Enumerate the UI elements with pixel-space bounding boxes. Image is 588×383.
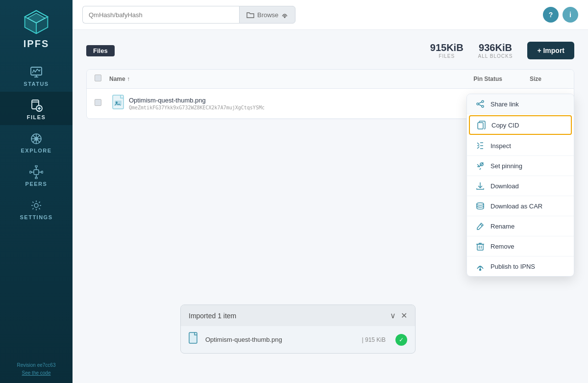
menu-item-download-car[interactable]: Download as CAR — [467, 196, 574, 216]
stat-files-value: 915KiB — [430, 42, 464, 53]
row-cid: QmeZmtikFG37Ykk9xG732WZ8KECX2k7A7mujXgCt… — [129, 105, 443, 110]
col-name-header: Name ↑ — [109, 76, 443, 82]
inspect-icon — [476, 141, 485, 150]
image-file-icon — [112, 95, 126, 112]
sidebar-footer: Revision ee7cc63 See the code — [10, 356, 63, 383]
files-badge: Files — [86, 45, 115, 56]
menu-item-label: Publish to IPNS — [490, 263, 535, 270]
sidebar-item-status[interactable]: STATUS — [0, 58, 73, 92]
svg-point-28 — [41, 171, 43, 173]
monitor-icon — [29, 65, 43, 79]
notification-file-row: Optimism-quest-thumb.png | 915 KiB ✓ — [181, 326, 415, 353]
topbar-actions: ? i — [543, 7, 578, 23]
logo-text: IPFS — [24, 38, 49, 50]
menu-item-label: Download as CAR — [490, 203, 542, 210]
import-button[interactable]: + Import — [527, 42, 574, 59]
notification-title: Imported 1 item — [189, 312, 236, 320]
table-header: Name ↑ Pin Status Size — [87, 70, 574, 89]
notification-collapse-button[interactable]: ∨ — [390, 311, 396, 320]
menu-item-copy-cid[interactable]: Copy CID — [469, 115, 572, 135]
context-menu: Share link Copy CID Inspect — [466, 94, 574, 277]
share-link-icon — [476, 100, 485, 108]
menu-item-label: Set pinning — [490, 162, 522, 170]
menu-item-share-link[interactable]: Share link — [467, 94, 574, 114]
info-icon: i — [569, 11, 571, 19]
ipfs-logo-icon — [23, 9, 49, 35]
main-content: Browse ? i Files 915KiB — [73, 0, 588, 383]
menu-item-inspect[interactable]: Inspect — [467, 136, 574, 156]
svg-point-29 — [34, 204, 38, 207]
browse-button[interactable]: Browse — [239, 6, 295, 24]
browse-label: Browse — [257, 11, 278, 19]
see-code-link[interactable]: See the code — [17, 369, 56, 377]
sidebar-item-label: FILES — [27, 114, 46, 120]
svg-point-22 — [35, 165, 37, 167]
notification-header: Imported 1 item ∨ ✕ — [181, 305, 415, 326]
sidebar-item-settings[interactable]: SETTINGS — [0, 192, 73, 225]
help-button[interactable]: ? — [543, 7, 559, 23]
svg-point-48 — [480, 269, 481, 271]
row-file-info: Optimism-quest-thumb.png QmeZmtikFG37Ykk… — [129, 97, 443, 110]
file-type-icon — [109, 95, 129, 112]
pin-icon — [476, 161, 485, 170]
menu-item-publish-ipns[interactable]: Publish to IPNS — [467, 256, 574, 276]
svg-point-36 — [482, 105, 484, 107]
sidebar-item-peers[interactable]: PEERS — [0, 158, 73, 192]
menu-item-label: Share link — [490, 101, 519, 108]
svg-line-42 — [480, 224, 482, 226]
sidebar-item-explore[interactable]: EXPLORE — [0, 125, 73, 158]
copy-cid-icon — [477, 121, 486, 129]
broadcast-icon — [476, 262, 485, 271]
topbar: Browse ? i — [73, 0, 588, 30]
files-header: Files 915KiB FILES 936KiB ALL BLOCKS + I… — [86, 42, 574, 59]
download-icon — [476, 181, 485, 190]
stat-blocks-value: 936KiB — [478, 42, 513, 53]
svg-rect-43 — [477, 244, 483, 250]
select-all-checkbox[interactable] — [95, 75, 101, 81]
header-checkbox — [95, 75, 109, 83]
edit-icon — [476, 222, 485, 230]
svg-rect-49 — [189, 332, 197, 343]
search-input[interactable] — [82, 6, 239, 24]
menu-item-rename[interactable]: Rename — [467, 216, 574, 236]
signal-icon — [281, 11, 288, 18]
sidebar-item-label: PEERS — [25, 181, 48, 187]
stats-area: 915KiB FILES 936KiB ALL BLOCKS + Import — [430, 42, 574, 59]
notif-file-svg — [189, 332, 199, 345]
menu-item-label: Download — [490, 182, 519, 190]
explore-icon — [29, 132, 43, 146]
sidebar-navigation: STATUS FILES EXPLORE — [0, 58, 73, 356]
svg-line-38 — [479, 104, 482, 106]
sidebar-item-label: STATUS — [24, 81, 49, 87]
trash-icon — [476, 242, 485, 251]
menu-item-label: Copy CID — [491, 122, 519, 129]
menu-item-remove[interactable]: Remove — [467, 236, 574, 256]
stat-blocks-label: ALL BLOCKS — [478, 53, 513, 59]
info-button[interactable]: i — [563, 7, 578, 23]
sidebar: IPFS STATUS FILES — [0, 0, 73, 383]
search-area: Browse — [82, 6, 295, 24]
sidebar-item-label: SETTINGS — [20, 214, 52, 220]
menu-item-label: Rename — [490, 223, 514, 230]
col-pin-header: Pin Status — [443, 76, 502, 82]
row-checkbox[interactable] — [95, 99, 109, 108]
menu-item-download[interactable]: Download — [467, 176, 574, 196]
stat-files: 915KiB FILES — [430, 42, 464, 59]
menu-item-label: Inspect — [490, 142, 511, 150]
svg-point-26 — [29, 171, 31, 173]
stat-files-label: FILES — [430, 53, 464, 59]
svg-point-24 — [35, 177, 37, 179]
revision-text: Revision ee7cc63 — [17, 361, 56, 369]
menu-item-set-pinning[interactable]: Set pinning — [467, 156, 574, 176]
svg-line-37 — [479, 102, 482, 103]
sidebar-item-files[interactable]: FILES — [0, 92, 73, 125]
question-icon: ? — [549, 11, 553, 19]
stat-blocks: 936KiB ALL BLOCKS — [478, 42, 513, 59]
peers-icon — [29, 165, 43, 179]
notification-close-button[interactable]: ✕ — [401, 311, 407, 320]
svg-rect-39 — [478, 123, 483, 129]
notification-file-icon — [189, 332, 199, 347]
svg-point-41 — [477, 203, 484, 205]
menu-item-label: Remove — [490, 243, 514, 250]
sidebar-item-label: EXPLORE — [21, 148, 51, 153]
